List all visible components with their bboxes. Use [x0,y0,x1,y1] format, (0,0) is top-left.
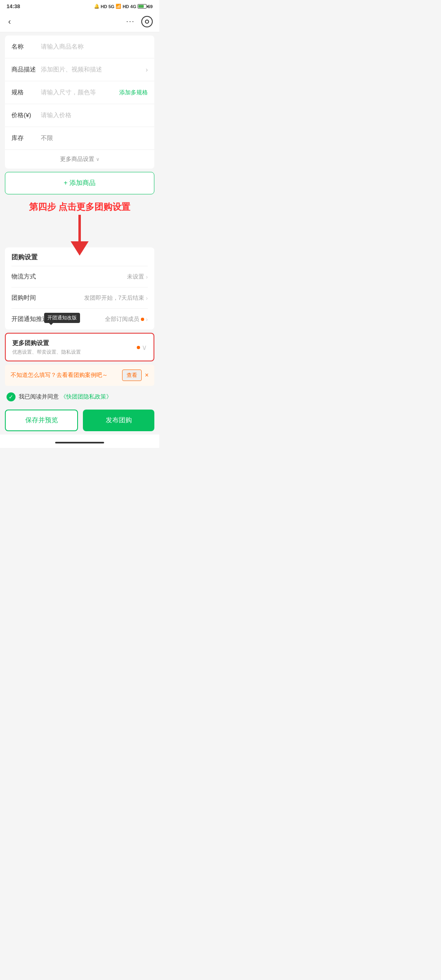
stock-value[interactable]: 不限 [41,134,148,142]
tooltip-badge: 开团通知改版 [44,313,80,323]
time-arrow-icon: › [146,295,148,301]
privacy-policy-link[interactable]: 《快团团隐私政策》 [60,393,112,400]
stock-field-row[interactable]: 库存 不限 [5,127,154,150]
time-row[interactable]: 团购时间 发团即开始，7天后结束 › [11,287,148,308]
nav-bar: ‹ ··· [0,11,159,32]
desc-input[interactable]: 添加图片、视频和描述 [41,66,144,74]
arrow-indicator [0,215,159,247]
more-group-settings-icons: ∨ [137,343,147,352]
notify-dot-icon [141,318,144,321]
desc-field-row[interactable]: 商品描述 添加图片、视频和描述 › [5,58,154,81]
product-form-card: 名称 请输入商品名称 商品描述 添加图片、视频和描述 › 规格 请输入尺寸，颜色… [5,36,154,169]
notify-row[interactable]: 开团通知推送 ? 全部订阅成员 › 开团通知改版 [11,308,148,330]
banner-view-button[interactable]: 查看 [122,370,142,381]
svg-marker-1 [71,241,89,256]
group-settings-card: 团购设置 物流方式 未设置 › 团购时间 发团即开始，7天后结束 › 开团通知推… [5,247,154,330]
stock-label: 库存 [11,134,41,142]
add-spec-button[interactable]: 添加多规格 [119,89,148,96]
down-arrow-icon [67,215,92,256]
price-label: 价格(¥) [11,111,41,119]
publish-button[interactable]: 发布团购 [83,410,154,431]
bottom-buttons: 保存并预览 发布团购 [0,405,159,434]
more-group-settings-text: 更多团购设置 优惠设置、帮卖设置、隐私设置 [12,339,81,356]
agreement-check-icon[interactable]: ✓ [7,392,16,401]
status-icons: 🔔 HD 5G 📶 HD 4G 69 [94,4,153,9]
spec-label: 规格 [11,89,41,96]
logistics-label: 物流方式 [11,273,36,281]
more-options-button[interactable]: ··· [126,17,135,26]
status-time: 14:38 [7,3,20,9]
logistics-arrow-icon: › [146,274,148,280]
add-product-button[interactable]: + 添加商品 [5,172,154,194]
logistics-value: 未设置 › [127,273,148,281]
more-group-settings-row[interactable]: 更多团购设置 优惠设置、帮卖设置、隐私设置 ∨ [5,333,154,361]
time-label: 团购时间 [11,294,36,302]
desc-arrow-icon: › [146,66,148,74]
banner-text: 不知道怎么填写？去看看团购案例吧～ [11,372,122,379]
name-field-row[interactable]: 名称 请输入商品名称 [5,36,154,58]
scan-icon [145,20,149,24]
agreement-text: 我已阅读并同意 《快团团隐私政策》 [19,393,112,401]
more-group-settings-subtitle: 优惠设置、帮卖设置、隐私设置 [12,349,81,356]
price-input[interactable]: 请输入价格 [41,111,148,119]
status-bar: 14:38 🔔 HD 5G 📶 HD 4G 69 [0,0,159,11]
spec-input[interactable]: 请输入尺寸，颜色等 [41,89,119,96]
save-preview-button[interactable]: 保存并预览 [5,410,78,431]
scan-button[interactable] [141,16,153,27]
more-settings-dot-icon [137,346,140,349]
battery-icon [138,4,147,9]
time-value: 发团即开始，7天后结束 › [84,294,148,302]
price-field-row[interactable]: 价格(¥) 请输入价格 [5,104,154,127]
name-label: 名称 [11,43,41,51]
home-indicator [0,434,159,448]
more-settings-chevron-icon: ∨ [142,343,147,352]
home-bar [55,442,104,443]
more-group-settings-content: 更多团购设置 优惠设置、帮卖设置、隐私设置 ∨ [12,339,147,356]
notify-value: 全部订阅成员 › [105,316,148,323]
spec-field-row[interactable]: 规格 请输入尺寸，颜色等 添加多规格 [5,81,154,104]
agreement-row: ✓ 我已阅读并同意 《快团团隐私政策》 [0,389,159,405]
back-button[interactable]: ‹ [7,15,13,28]
banner-close-button[interactable]: × [145,372,149,379]
desc-label: 商品描述 [11,66,41,74]
notify-arrow-icon: › [146,316,148,323]
step-hint: 第四步 点击更多团购设置 [0,198,159,215]
more-group-settings-title: 更多团购设置 [12,339,81,347]
name-input[interactable]: 请输入商品名称 [41,43,148,51]
more-product-settings-button[interactable]: 更多商品设置 ∨ [5,150,154,169]
info-banner: 不知道怎么填写？去看看团购案例吧～ 查看 × [5,365,154,386]
nav-actions: ··· [126,16,153,27]
logistics-row[interactable]: 物流方式 未设置 › [11,266,148,287]
